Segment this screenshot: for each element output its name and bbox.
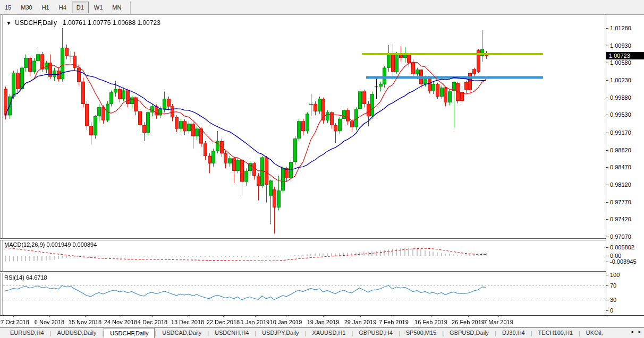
date-axis-label: 1 Jan 2019 — [241, 319, 269, 325]
macd-axis-label-tick — [606, 256, 608, 256]
rsi-axis-label-tick — [606, 310, 608, 311]
timeframe-button-15[interactable]: 15 — [1, 2, 15, 13]
date-tick — [223, 316, 224, 317]
date-tick — [431, 316, 431, 317]
timeframe-button-h4[interactable]: H4 — [55, 2, 71, 13]
price-axis-label: 0.98470 — [610, 164, 631, 170]
chart-tab-usdjpy-daily[interactable]: USDJPY,Daily — [256, 328, 305, 338]
timeframe-button-mn[interactable]: MN — [108, 2, 125, 13]
trading-app-window: 15M30H1H4D1W1MN ▼ USDCHF,Daily 1.00761 1… — [0, 0, 644, 338]
chart-tab-usdchf-daily[interactable]: USDCHF,Daily — [104, 328, 155, 338]
chart-tab-eurusd-h4[interactable]: EURUSD,H4 — [4, 328, 50, 338]
date-tick — [13, 316, 14, 317]
chart-tab-gbpusd-daily[interactable]: GBPUSD,Daily — [444, 328, 495, 338]
timeframe-button-h1[interactable]: H1 — [38, 2, 54, 13]
date-axis-label: 22 Dec 2018 — [207, 319, 240, 325]
rsi-indicator-canvas[interactable] — [3, 273, 606, 315]
price-axis-label: 0.97070 — [610, 234, 631, 240]
date-tick — [468, 316, 469, 317]
date-axis-label: 19 Jan 2019 — [307, 319, 340, 325]
rsi-axis-label-tick — [606, 300, 608, 300]
chart-symbol-label: USDCHF,Daily — [15, 19, 57, 27]
chart-tab-xauusd-h1[interactable]: XAUUSD,H1 — [306, 328, 351, 338]
date-axis-label: 6 Nov 2018 — [35, 319, 64, 325]
price-axis-label: 0.97770 — [610, 200, 631, 205]
timeframe-button-m30[interactable]: M30 — [16, 2, 36, 13]
macd-label: MACD(12,26,9) 0.001949 0.000894 — [4, 241, 97, 248]
macd-axis-label: -0.003945 — [610, 259, 637, 265]
date-tick — [286, 316, 286, 317]
timeframe-button-w1[interactable]: W1 — [90, 2, 107, 13]
date-axis-label: 4 Dec 2018 — [138, 319, 167, 325]
macd-axis-label: 0.005802 — [610, 245, 634, 250]
date-axis-label: 26 Feb 2019 — [452, 319, 485, 325]
chart-tab-ukoil[interactable]: UKOil, — [580, 328, 609, 338]
date-axis-label: 7 Feb 2019 — [379, 319, 409, 325]
rsi-axis-label: 70 — [610, 283, 616, 289]
date-axis-label: 24 Nov 2018 — [104, 319, 137, 325]
date-axis-label: 7 Mar 2019 — [484, 319, 513, 325]
price-axis-label-tick — [606, 133, 608, 133]
tab-scroll-controls: ◄ ► — [630, 330, 642, 334]
price-axis-label: 1.00230 — [610, 77, 631, 83]
rsi-axis-label-tick — [606, 285, 608, 286]
tab-scroll-left-icon[interactable]: ◄ — [630, 330, 634, 334]
price-axis-label-tick — [606, 185, 608, 185]
chart-title: ▼ USDCHF,Daily 1.00761 1.00775 1.00688 1… — [6, 19, 160, 27]
current-price-tag: 1.00723 — [606, 52, 644, 59]
toolbar-separator — [130, 2, 131, 13]
date-tick — [188, 316, 188, 317]
date-axis-label: 15 Nov 2018 — [69, 319, 101, 325]
chart-tab-gbpusd-h4[interactable]: GBPUSD,H4 — [353, 328, 399, 338]
price-axis-label-tick — [606, 150, 608, 151]
timeframe-toolbar: 15M30H1H4D1W1MN — [0, 0, 644, 15]
price-axis-label-tick — [606, 28, 608, 29]
rsi-axis-label: 100 — [610, 272, 620, 278]
price-axis-label: 0.98120 — [610, 182, 631, 188]
date-tick — [49, 316, 50, 317]
price-axis-label: 1.00580 — [610, 60, 631, 66]
chart-tab-sp500-m15[interactable]: SP500,M15 — [400, 328, 442, 338]
date-axis: 27 Oct 20186 Nov 201815 Nov 201824 Nov 2… — [0, 315, 644, 327]
price-axis-label-tick — [606, 46, 608, 46]
rsi-label: RSI(14) 64.6718 — [4, 274, 47, 281]
chart-ohlc-values: 1.00761 1.00775 1.00688 1.00723 — [63, 19, 160, 27]
macd-axis-label-tick — [606, 262, 608, 262]
price-axis-label-tick — [606, 219, 608, 220]
price-axis-label-tick — [606, 98, 608, 98]
chart-dropdown-icon[interactable]: ▼ — [6, 21, 11, 26]
price-axis-label: 1.00930 — [610, 43, 631, 49]
price-axis-label-tick — [606, 167, 608, 168]
price-chart-canvas[interactable] — [3, 16, 606, 238]
date-axis-label: 29 Jan 2019 — [344, 319, 377, 325]
chart-tab-usdcad-daily[interactable]: USDCAD,Daily — [156, 328, 207, 338]
price-axis-label-tick — [606, 237, 608, 237]
date-axis-label: 10 Jan 2019 — [270, 319, 302, 325]
rsi-axis-label: 0 — [610, 308, 613, 314]
chart-tab-usdcnh-h4[interactable]: USDCNH,H4 — [209, 328, 255, 338]
date-tick — [498, 316, 499, 317]
price-axis-label-tick — [606, 202, 608, 203]
window-left-border-inner — [2, 15, 3, 315]
chart-tab-tech100-h1[interactable]: TECH100,H1 — [532, 328, 579, 338]
rsi-axis-label-tick — [606, 275, 608, 275]
price-axis-label: 0.99880 — [610, 95, 631, 101]
date-tick — [152, 316, 153, 317]
date-tick — [394, 316, 394, 317]
date-tick — [360, 316, 361, 317]
price-axis-label: 1.01280 — [610, 25, 631, 31]
date-tick — [323, 316, 324, 317]
price-axis-label: 0.99170 — [610, 130, 631, 136]
timeframe-button-d1[interactable]: D1 — [72, 2, 89, 13]
chart-tab-dj30-h4[interactable]: DJ30,H4 — [496, 328, 531, 338]
tab-scroll-right-icon[interactable]: ► — [638, 330, 642, 334]
date-axis-label: 13 Dec 2018 — [171, 319, 204, 325]
price-axis-label: 0.99530 — [610, 112, 631, 118]
date-tick — [121, 316, 121, 317]
macd-axis-label-tick — [606, 247, 608, 248]
price-axis: 1.012801.009301.005801.002300.998800.995… — [606, 15, 644, 315]
price-axis-label-tick — [606, 63, 608, 63]
price-axis-label-tick — [606, 115, 608, 115]
date-axis-label: 27 Oct 2018 — [0, 319, 29, 325]
chart-tab-audusd-daily[interactable]: AUDUSD,Daily — [51, 328, 102, 338]
